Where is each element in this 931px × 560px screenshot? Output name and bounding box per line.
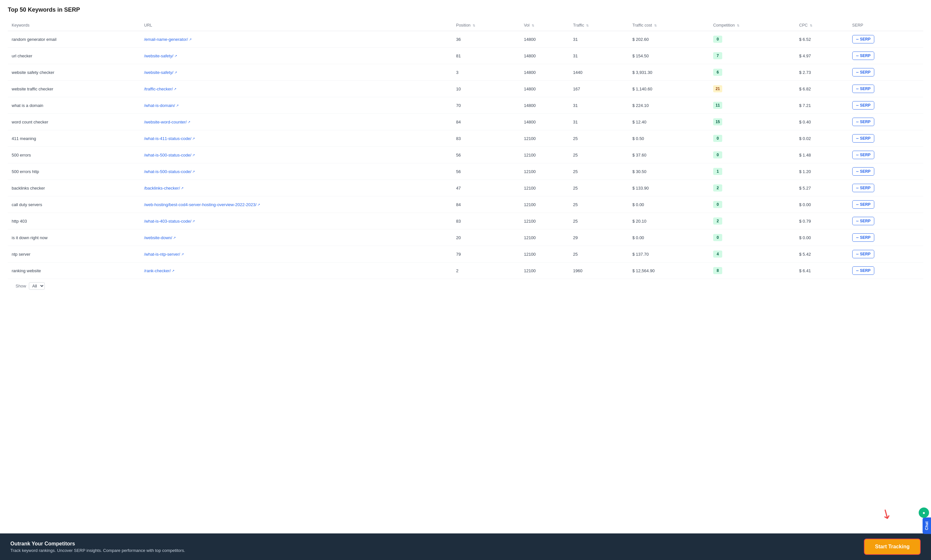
- serp-button[interactable]: ∼ SERP: [852, 217, 874, 225]
- col-position[interactable]: Position ⇅: [452, 20, 520, 31]
- serp-button[interactable]: ∼ SERP: [852, 266, 874, 275]
- serp-cell[interactable]: ∼ SERP: [848, 196, 923, 213]
- competition-badge: 8: [713, 267, 722, 274]
- vol-cell: 12100: [520, 213, 569, 229]
- serp-button[interactable]: ∼ SERP: [852, 134, 874, 143]
- serp-cell[interactable]: ∼ SERP: [848, 31, 923, 48]
- serp-button[interactable]: ∼ SERP: [852, 184, 874, 192]
- position-cell: 84: [452, 114, 520, 130]
- serp-button[interactable]: ∼ SERP: [852, 85, 874, 93]
- url-cell[interactable]: /backlinks-checker/ ↗: [140, 180, 452, 196]
- url-cell[interactable]: /what-is-500-status-code/ ↗: [140, 163, 452, 180]
- traffic-cost-cell: $ 37.60: [629, 147, 709, 163]
- serp-button[interactable]: ∼ SERP: [852, 200, 874, 209]
- external-link-icon: ↗: [174, 87, 176, 91]
- serp-cell[interactable]: ∼ SERP: [848, 147, 923, 163]
- serp-cell[interactable]: ∼ SERP: [848, 163, 923, 180]
- col-vol[interactable]: Vol ⇅: [520, 20, 569, 31]
- serp-button[interactable]: ∼ SERP: [852, 233, 874, 242]
- table-row: ntp server/what-is-ntp-server/ ↗79121002…: [8, 246, 923, 263]
- serp-button[interactable]: ∼ SERP: [852, 250, 874, 258]
- serp-button[interactable]: ∼ SERP: [852, 68, 874, 77]
- col-traffic-cost[interactable]: Traffic cost ⇅: [629, 20, 709, 31]
- competition-badge: 0: [713, 234, 722, 241]
- keyword-cell: 500 errors: [8, 147, 140, 163]
- vol-cell: 14800: [520, 97, 569, 114]
- cpc-cell: $ 0.00: [795, 196, 848, 213]
- serp-cell[interactable]: ∼ SERP: [848, 48, 923, 64]
- chat-circle-icon[interactable]: ●: [919, 508, 929, 518]
- serp-button[interactable]: ∼ SERP: [852, 101, 874, 109]
- page-container: Top 50 Keywords in SERP Keywords URL Pos…: [0, 0, 931, 560]
- serp-cell[interactable]: ∼ SERP: [848, 114, 923, 130]
- keyword-cell: is it down right now: [8, 229, 140, 246]
- keyword-cell: ranking website: [8, 263, 140, 279]
- serp-cell[interactable]: ∼ SERP: [848, 64, 923, 81]
- traffic-cost-cell: $ 0.50: [629, 130, 709, 147]
- serp-button[interactable]: ∼ SERP: [852, 151, 874, 159]
- cpc-cell: $ 0.40: [795, 114, 848, 130]
- serp-cell[interactable]: ∼ SERP: [848, 246, 923, 263]
- competition-badge: 0: [713, 151, 722, 158]
- url-cell[interactable]: /website-safety/ ↗: [140, 48, 452, 64]
- serp-cell[interactable]: ∼ SERP: [848, 97, 923, 114]
- serp-cell[interactable]: ∼ SERP: [848, 229, 923, 246]
- serp-button[interactable]: ∼ SERP: [852, 52, 874, 60]
- url-cell[interactable]: /website-safety/ ↗: [140, 64, 452, 81]
- traffic-cell: 29: [569, 229, 629, 246]
- position-cell: 2: [452, 263, 520, 279]
- url-cell[interactable]: /what-is-403-status-code/ ↗: [140, 213, 452, 229]
- url-cell[interactable]: /what-is-411-status-code/ ↗: [140, 130, 452, 147]
- serp-button[interactable]: ∼ SERP: [852, 167, 874, 175]
- position-cell: 83: [452, 130, 520, 147]
- start-tracking-button[interactable]: Start Tracking: [864, 538, 921, 555]
- traffic-cost-cell: $ 12.40: [629, 114, 709, 130]
- keyword-cell: 411 meaning: [8, 130, 140, 147]
- position-cell: 36: [452, 31, 520, 48]
- url-cell[interactable]: /email-name-generator/ ↗: [140, 31, 452, 48]
- serp-cell[interactable]: ∼ SERP: [848, 81, 923, 97]
- competition-cell: 4: [709, 246, 795, 263]
- url-cell[interactable]: /what-is-domain/ ↗: [140, 97, 452, 114]
- show-row: Show All 10 25 50: [8, 279, 923, 293]
- url-cell[interactable]: /traffic-checker/ ↗: [140, 81, 452, 97]
- url-cell[interactable]: /what-is-500-status-code/ ↗: [140, 147, 452, 163]
- vol-cell: 12100: [520, 196, 569, 213]
- serp-cell[interactable]: ∼ SERP: [848, 180, 923, 196]
- competition-badge: 15: [713, 118, 722, 125]
- serp-cell[interactable]: ∼ SERP: [848, 130, 923, 147]
- serp-cell[interactable]: ∼ SERP: [848, 213, 923, 229]
- table-row: 500 errors/what-is-500-status-code/ ↗561…: [8, 147, 923, 163]
- url-cell[interactable]: /website-down/ ↗: [140, 229, 452, 246]
- table-row: backlinks checker/backlinks-checker/ ↗47…: [8, 180, 923, 196]
- col-competition[interactable]: Competition ⇅: [709, 20, 795, 31]
- show-select[interactable]: All 10 25 50: [29, 282, 45, 290]
- sort-icon-competition: ⇅: [737, 24, 739, 27]
- cpc-cell: $ 2.73: [795, 64, 848, 81]
- sort-icon-traffic: ⇅: [586, 24, 589, 27]
- external-link-icon: ↗: [257, 203, 260, 206]
- serp-button[interactable]: ∼ SERP: [852, 35, 874, 43]
- external-link-icon: ↗: [181, 186, 183, 190]
- traffic-cost-cell: $ 154.50: [629, 48, 709, 64]
- cpc-cell: $ 0.00: [795, 229, 848, 246]
- competition-badge: 7: [713, 52, 722, 59]
- chat-button[interactable]: Chat: [923, 517, 931, 534]
- traffic-cell: 1960: [569, 263, 629, 279]
- serp-button[interactable]: ∼ SERP: [852, 118, 874, 126]
- col-traffic[interactable]: Traffic ⇅: [569, 20, 629, 31]
- table-row: what is a domain/what-is-domain/ ↗701480…: [8, 97, 923, 114]
- col-cpc[interactable]: CPC ⇅: [795, 20, 848, 31]
- vol-cell: 12100: [520, 180, 569, 196]
- table-row: word count checker/website-word-counter/…: [8, 114, 923, 130]
- traffic-cost-cell: $ 133.90: [629, 180, 709, 196]
- external-link-icon: ↗: [192, 170, 195, 173]
- serp-cell[interactable]: ∼ SERP: [848, 263, 923, 279]
- competition-cell: 8: [709, 263, 795, 279]
- url-cell[interactable]: /website-word-counter/ ↗: [140, 114, 452, 130]
- table-row: 500 errors http/what-is-500-status-code/…: [8, 163, 923, 180]
- url-cell[interactable]: /web-hosting/best-cod4-server-hosting-ov…: [140, 196, 452, 213]
- url-cell[interactable]: /what-is-ntp-server/ ↗: [140, 246, 452, 263]
- url-cell[interactable]: /rank-checker/ ↗: [140, 263, 452, 279]
- competition-badge: 0: [713, 135, 722, 142]
